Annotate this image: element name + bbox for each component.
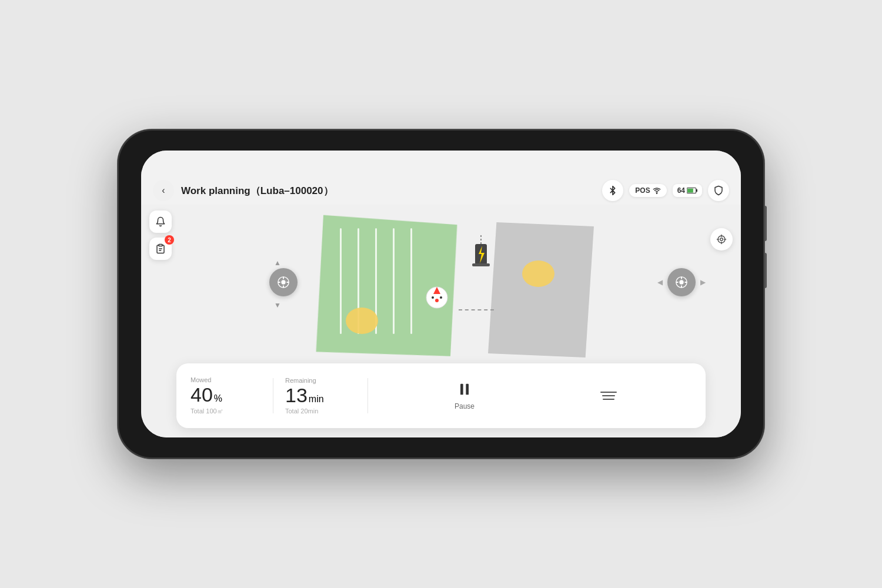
station-svg	[469, 235, 493, 268]
pause-icon	[456, 381, 473, 400]
bottom-panel: Mowed 40 % Total 100㎡ Remaining 13 min T	[176, 363, 706, 428]
nav-joystick-left[interactable]	[269, 268, 298, 296]
header-right: POS 64	[602, 180, 729, 201]
pos-badge: POS	[629, 184, 666, 197]
main-content: 2	[141, 205, 741, 437]
svg-rect-3	[687, 189, 693, 193]
obstacle-left	[346, 308, 378, 334]
remaining-unit: min	[309, 394, 324, 405]
target-icon	[716, 234, 727, 245]
mowed-label: Mowed	[191, 376, 261, 383]
svg-point-13	[435, 299, 439, 302]
back-button[interactable]: ‹	[153, 180, 174, 201]
menu-button[interactable]	[600, 392, 617, 400]
nav-up-arrow: ▲	[274, 259, 281, 267]
obstacle-right	[522, 260, 554, 287]
battery-level: 64	[677, 186, 685, 195]
phone-screen: ‹ Work planning（Luba–100020） POS	[141, 151, 741, 437]
status-bar	[141, 151, 741, 176]
bell-icon	[155, 216, 166, 227]
joystick-right-icon	[675, 276, 688, 289]
menu-line-2	[602, 395, 615, 396]
nav-control-right: ◀ ▶	[657, 268, 706, 296]
pause-svg	[456, 381, 473, 397]
svg-rect-2	[696, 189, 697, 192]
settings-button[interactable]	[708, 180, 729, 201]
action-area: Pause	[380, 381, 691, 410]
svg-point-22	[679, 280, 683, 284]
phone-shell: ‹ Work planning（Luba–100020） POS	[118, 129, 764, 459]
connector-line	[459, 309, 494, 310]
bell-button[interactable]	[149, 211, 172, 233]
app-header: ‹ Work planning（Luba–100020） POS	[141, 176, 741, 205]
remaining-label: Remaining	[285, 377, 356, 384]
mowed-sub: Total 100㎡	[191, 407, 261, 416]
menu-line-1	[600, 392, 617, 393]
svg-point-16	[281, 280, 285, 284]
settings-icon	[713, 185, 724, 196]
locate-button[interactable]	[710, 228, 733, 250]
svg-point-29	[720, 238, 723, 241]
bluetooth-icon	[608, 186, 617, 195]
battery-icon	[687, 187, 697, 194]
bluetooth-button[interactable]	[602, 180, 623, 201]
map-area: ▲ ▼ ◀	[141, 205, 741, 361]
remaining-value: 13	[285, 385, 308, 405]
wifi-icon	[653, 186, 661, 195]
unmowed-zone	[488, 222, 594, 358]
svg-rect-34	[460, 384, 463, 395]
clipboard-icon	[155, 243, 166, 254]
nav-control-left: ▲ ▼	[269, 268, 298, 296]
mowed-value: 40	[191, 385, 213, 405]
menu-line-3	[603, 399, 614, 400]
remaining-stat: Remaining 13 min Total 20min	[285, 377, 356, 415]
pos-label: POS	[635, 186, 650, 195]
remaining-sub: Total 20min	[285, 407, 356, 415]
battery-badge: 64	[673, 184, 702, 197]
robot-svg	[422, 281, 452, 310]
mowed-unit: %	[214, 393, 222, 404]
svg-point-14	[432, 296, 434, 299]
nav-right-arrow: ▶	[700, 278, 706, 286]
left-panel: 2	[149, 211, 172, 260]
pause-button[interactable]: Pause	[455, 381, 475, 410]
joystick-icon	[277, 276, 290, 289]
pause-label: Pause	[455, 402, 475, 410]
charging-station	[469, 235, 493, 268]
svg-rect-4	[159, 245, 162, 246]
robot-mower	[422, 281, 452, 310]
mowed-stat: Mowed 40 % Total 100㎡	[191, 376, 261, 416]
back-icon: ‹	[162, 185, 165, 196]
nav-left-arrow: ◀	[657, 278, 663, 286]
notification-badge: 2	[165, 235, 174, 245]
svg-point-15	[440, 296, 442, 299]
svg-rect-9	[472, 263, 490, 266]
divider-2	[368, 378, 368, 413]
svg-point-0	[656, 193, 657, 193]
svg-rect-7	[475, 244, 487, 265]
divider-1	[273, 378, 273, 413]
clipboard-button[interactable]: 2	[149, 238, 172, 260]
svg-rect-35	[466, 384, 469, 395]
nav-joystick-right[interactable]	[667, 268, 696, 296]
page-title: Work planning（Luba–100020）	[181, 184, 602, 198]
nav-down-arrow: ▼	[274, 301, 281, 309]
